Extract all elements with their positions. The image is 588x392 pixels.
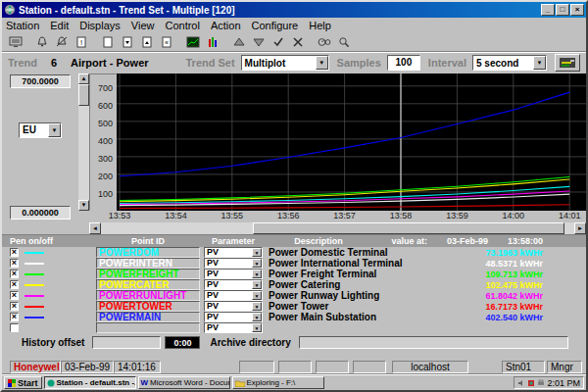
horizontal-scroll-thumb[interactable] <box>253 222 565 234</box>
point-id-field[interactable]: POWERMAIN <box>96 312 200 322</box>
lower-button[interactable] <box>249 33 269 51</box>
history-offset-input[interactable] <box>92 336 161 349</box>
vertical-scroll-track[interactable] <box>78 84 89 200</box>
chevron-down-icon[interactable]: ▼ <box>252 248 262 257</box>
chevron-down-icon[interactable]: ▼ <box>533 56 546 70</box>
interval-select[interactable]: 5 second ▼ <box>472 55 547 71</box>
page-button[interactable] <box>98 33 118 51</box>
find-button[interactable] <box>334 33 354 51</box>
menu-station[interactable]: Station <box>6 20 39 31</box>
axis-panel: 700.0000 EU ▼ 0.000000 <box>2 74 78 234</box>
parameter-select[interactable]: PV▼ <box>204 312 263 322</box>
history-offset-label: History offset <box>22 337 84 348</box>
samples-field[interactable]: 100 <box>387 55 420 71</box>
menu-edit[interactable]: Edit <box>50 20 69 31</box>
alarm-page-button[interactable]: ! <box>72 33 91 51</box>
parameter-select[interactable]: PV▼ <box>204 269 263 279</box>
raise-button[interactable] <box>229 33 249 51</box>
alarm-disable-button[interactable] <box>52 33 72 51</box>
scroll-right-icon[interactable]: ► <box>574 222 586 234</box>
trend-set-select[interactable]: Multiplot ▼ <box>241 55 329 71</box>
scroll-left-icon[interactable]: ◄ <box>89 222 101 234</box>
y-max-field[interactable]: 700.0000 <box>10 74 71 88</box>
pen-checkbox[interactable]: × <box>10 313 19 321</box>
y-min-field[interactable]: 0.000000 <box>10 206 71 220</box>
chevron-down-icon[interactable]: ▼ <box>252 291 262 300</box>
page-up-button[interactable] <box>137 33 157 51</box>
scroll-down-icon[interactable]: ▼ <box>78 200 89 211</box>
y-axis-label: 500 <box>98 119 113 128</box>
chevron-down-icon[interactable]: ▼ <box>252 323 262 332</box>
table-row: × POWERRUNLIGHT PV▼ Power Runway Lightin… <box>2 290 586 301</box>
archive-directory-input[interactable] <box>299 336 568 349</box>
tray-station-icon[interactable] <box>527 379 535 387</box>
parameter-select[interactable]: PV▼ <box>204 247 263 258</box>
menu-action[interactable]: Action <box>211 20 241 31</box>
parameter-value: PV <box>205 313 252 321</box>
chevron-down-icon[interactable]: ▼ <box>252 313 262 321</box>
chevron-down-icon[interactable]: ▼ <box>252 302 262 311</box>
restore-button[interactable]: □ <box>556 4 569 16</box>
eu-select[interactable]: EU ▼ <box>19 122 62 138</box>
parameter-value: PV <box>205 291 252 300</box>
start-button[interactable]: Start <box>4 376 42 389</box>
station-button[interactable] <box>6 33 25 51</box>
point-id-field[interactable] <box>96 322 200 333</box>
volume-icon[interactable] <box>517 379 525 387</box>
reject-button[interactable] <box>288 33 308 51</box>
chart-style-button[interactable] <box>555 54 580 72</box>
trend-header-bar: Trend 6 Airport - Power Trend Set Multip… <box>2 52 586 74</box>
vertical-scroll-thumb[interactable] <box>78 84 89 106</box>
parameter-select[interactable]: PV▼ <box>204 301 263 312</box>
vertical-scrollbar[interactable]: ▲ ▼ <box>78 74 89 211</box>
group-display-button[interactable] <box>203 33 222 51</box>
accept-button[interactable] <box>269 33 288 51</box>
parameter-select[interactable]: PV▼ <box>204 258 263 269</box>
taskbar-task-station[interactable]: Station - default.stn -... <box>44 376 136 389</box>
taskbar-task-word[interactable]: W Microsoft Word - Document1 <box>138 376 230 389</box>
horizontal-scroll-track[interactable] <box>101 222 574 234</box>
point-id-field[interactable]: POWERCATER <box>96 279 200 290</box>
trend-display-button[interactable] <box>183 33 203 51</box>
scroll-up-icon[interactable]: ▲ <box>78 74 89 84</box>
close-button[interactable]: × <box>570 4 584 16</box>
chevron-down-icon[interactable]: ▼ <box>252 259 262 268</box>
point-id-field[interactable]: POWERINTERN <box>96 258 200 269</box>
faceplate-button[interactable] <box>315 33 334 51</box>
taskbar-task-explorer[interactable]: Exploring - F:\ <box>232 376 324 389</box>
pen-checkbox[interactable] <box>10 323 19 332</box>
parameter-value: PV <box>205 248 252 257</box>
parameter-select[interactable]: PV▼ <box>204 290 263 301</box>
horizontal-scrollbar[interactable]: ◄ ► <box>89 222 586 234</box>
brand-label: Honeywell <box>10 361 61 373</box>
point-id-field[interactable]: POWERDOM <box>96 247 200 258</box>
parameter-value: PV <box>205 270 252 278</box>
header-value-date: 03-Feb-99 <box>427 236 488 246</box>
menu-displays[interactable]: Displays <box>79 20 121 31</box>
alarm-button[interactable] <box>32 33 52 51</box>
pen-checkbox[interactable]: × <box>10 259 19 268</box>
menu-view[interactable]: View <box>131 20 155 31</box>
chart-style-icon <box>559 57 576 69</box>
menu-help[interactable]: Help <box>309 20 331 31</box>
chevron-down-icon[interactable]: ▼ <box>252 270 262 278</box>
chevron-down-icon[interactable]: ▼ <box>48 123 61 137</box>
chevron-down-icon[interactable]: ▼ <box>252 280 262 289</box>
page-repeat-button[interactable]: « <box>157 33 176 51</box>
menu-configure[interactable]: Configure <box>252 20 299 31</box>
point-id-field[interactable]: POWERRUNLIGHT <box>96 290 200 301</box>
pen-checkbox[interactable]: × <box>10 248 19 257</box>
pen-checkbox[interactable]: × <box>10 280 19 289</box>
page-down-button[interactable] <box>118 33 137 51</box>
parameter-select[interactable]: PV▼ <box>204 279 263 290</box>
minimize-button[interactable]: _ <box>541 4 555 16</box>
point-id-field[interactable]: POWERFREIGHT <box>96 269 200 279</box>
point-id-field[interactable]: POWERTOWER <box>96 301 200 312</box>
pen-checkbox[interactable]: × <box>10 270 19 278</box>
chevron-down-icon[interactable]: ▼ <box>316 56 328 70</box>
menu-control[interactable]: Control <box>165 20 199 31</box>
pen-checkbox[interactable]: × <box>10 291 19 300</box>
printer-icon[interactable] <box>537 379 545 387</box>
pen-checkbox[interactable]: × <box>10 302 19 311</box>
parameter-select[interactable]: PV▼ <box>204 322 263 333</box>
